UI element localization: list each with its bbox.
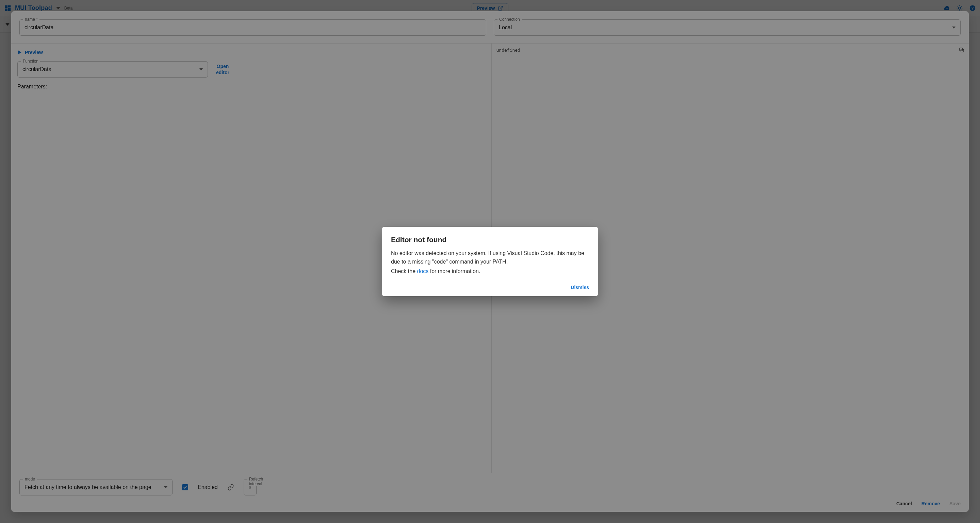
dialog-body-2: Check the docs for more information. bbox=[391, 267, 589, 276]
dialog-actions: Dismiss bbox=[391, 285, 589, 290]
dismiss-button[interactable]: Dismiss bbox=[571, 285, 589, 290]
dialog-body-1: No editor was detected on your system. I… bbox=[391, 249, 589, 266]
docs-link[interactable]: docs bbox=[417, 268, 428, 274]
modal-scrim[interactable]: Editor not found No editor was detected … bbox=[0, 0, 980, 523]
dialog-title: Editor not found bbox=[391, 236, 589, 244]
dialog-body-2a: Check the bbox=[391, 268, 417, 274]
dialog-body-2b: for more information. bbox=[428, 268, 480, 274]
editor-not-found-dialog: Editor not found No editor was detected … bbox=[382, 227, 598, 296]
